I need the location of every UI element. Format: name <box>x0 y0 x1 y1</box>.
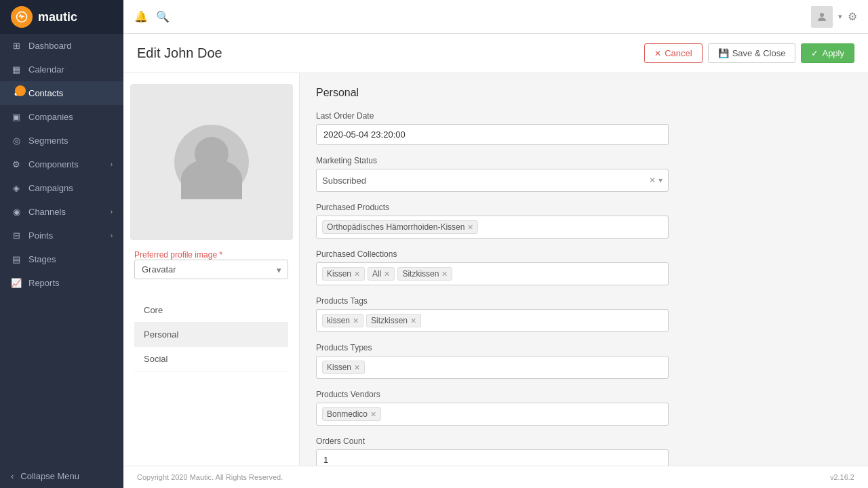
sidebar-item-label: Dashboard <box>28 41 72 51</box>
products-vendors-label: Products Vendors <box>316 390 852 399</box>
chevron-down-icon[interactable]: ▾ <box>658 176 663 185</box>
marketing-status-select[interactable]: Subscribed ✕ ▾ <box>316 169 669 192</box>
sidebar-item-label: Components <box>28 159 79 169</box>
tab-core[interactable]: Core <box>134 298 288 323</box>
tag-remove-icon[interactable]: ✕ <box>410 317 416 325</box>
header-actions: ✕ Cancel 💾 Save & Close ✓ Apply <box>644 43 854 63</box>
collapse-arrow-icon: ‹ <box>11 471 14 481</box>
field-purchased-products: Purchased Products Orthopädisches Hämorr… <box>316 203 852 239</box>
page-header: Edit John Doe ✕ Cancel 💾 Save & Close ✓ … <box>123 34 868 73</box>
sidebar-item-stages[interactable]: ▤ Stages <box>0 247 123 271</box>
cancel-button[interactable]: ✕ Cancel <box>644 43 702 63</box>
sidebar-item-components[interactable]: ⚙ Components › <box>0 152 123 176</box>
tag-remove-icon[interactable]: ✕ <box>467 223 473 232</box>
tag-item: Sitzkissen ✕ <box>397 267 452 281</box>
sidebar-item-label: Stages <box>28 254 56 264</box>
tag-remove-icon[interactable]: ✕ <box>353 317 359 325</box>
purchased-products-input[interactable]: Orthopädisches Hämorrhoiden-Kissen ✕ <box>316 216 669 239</box>
chevron-right-icon: › <box>111 208 113 216</box>
tag-remove-icon[interactable]: ✕ <box>384 270 390 279</box>
sidebar-item-calendar[interactable]: ▦ Calendar <box>0 58 123 81</box>
sidebar-logo: mautic <box>0 0 123 34</box>
products-types-label: Products Types <box>316 343 852 352</box>
chevron-right-icon: › <box>111 161 113 168</box>
topbar-right: ▾ ⚙ <box>811 6 857 28</box>
sidebar-item-segments[interactable]: ◎ Segments <box>0 129 123 152</box>
orders-count-input[interactable] <box>316 449 669 466</box>
sidebar-item-contacts[interactable]: ● Contacts <box>0 81 123 105</box>
field-products-vendors: Products Vendors Bonmedico ✕ <box>316 390 852 426</box>
marketing-status-value: Subscribed <box>322 176 366 186</box>
user-menu-caret[interactable]: ▾ <box>838 12 842 21</box>
logo-icon <box>11 6 33 28</box>
sidebar-item-points[interactable]: ⊟ Points › <box>0 224 123 247</box>
sidebar-item-label: Companies <box>28 112 73 122</box>
sidebar-nav: ⊞ Dashboard ▦ Calendar ● Contacts ▣ Comp… <box>0 34 123 295</box>
profile-image-select[interactable]: Gravatar <box>134 260 288 279</box>
last-order-date-label: Last Order Date <box>316 111 852 121</box>
apply-button[interactable]: ✓ Apply <box>801 43 854 63</box>
avatar-area <box>130 84 293 240</box>
section-title: Personal <box>316 87 852 99</box>
tag-remove-icon[interactable]: ✕ <box>354 270 360 279</box>
sidebar-item-reports[interactable]: 📈 Reports <box>0 271 123 295</box>
sidebar-item-label: Channels <box>28 207 66 217</box>
content-area: Preferred profile image * Gravatar Core … <box>123 73 868 466</box>
user-avatar-button[interactable] <box>811 6 833 28</box>
form-tabs: Core Personal Social <box>134 298 288 371</box>
products-tags-input[interactable]: kissen ✕ Sitzkissen ✕ <box>316 309 669 332</box>
field-marketing-status: Marketing Status Subscribed ✕ ▾ <box>316 156 852 192</box>
points-icon: ⊟ <box>11 230 22 241</box>
campaigns-icon: ◈ <box>11 183 22 193</box>
purchased-collections-input[interactable]: Kissen ✕ All ✕ Sitzkissen ✕ <box>316 262 669 285</box>
channels-icon: ◉ <box>11 207 22 217</box>
clear-icon[interactable]: ✕ <box>649 176 656 185</box>
collapse-menu-button[interactable]: ‹ Collapse Menu <box>0 464 123 488</box>
calendar-icon: ▦ <box>11 64 22 75</box>
products-types-input[interactable]: Kissen ✕ <box>316 356 669 379</box>
reports-icon: 📈 <box>11 278 22 288</box>
sidebar-item-label: Calendar <box>28 64 64 75</box>
sidebar-item-campaigns[interactable]: ◈ Campaigns <box>0 176 123 200</box>
stages-icon: ▤ <box>11 254 22 264</box>
orders-count-label: Orders Count <box>316 436 852 446</box>
tab-personal[interactable]: Personal <box>134 323 288 347</box>
svg-point-1 <box>820 13 824 17</box>
search-icon[interactable]: 🔍 <box>156 10 170 23</box>
field-last-order-date: Last Order Date <box>316 111 852 145</box>
tag-item: Kissen ✕ <box>322 267 365 281</box>
version-text: v2.16.2 <box>830 473 854 481</box>
collapse-menu-label: Collapse Menu <box>20 471 79 481</box>
footer: Copyright 2020 Mautic. All Rights Reserv… <box>123 466 868 488</box>
field-purchased-collections: Purchased Collections Kissen ✕ All ✕ Sit… <box>316 249 852 285</box>
tag-item: Kissen ✕ <box>322 361 365 374</box>
sidebar-item-companies[interactable]: ▣ Companies <box>0 105 123 129</box>
purchased-collections-label: Purchased Collections <box>316 249 852 259</box>
last-order-date-input[interactable] <box>316 124 669 145</box>
sidebar-item-channels[interactable]: ◉ Channels › <box>0 200 123 224</box>
tag-item: kissen ✕ <box>322 314 363 327</box>
sidebar-item-dashboard[interactable]: ⊞ Dashboard <box>0 34 123 58</box>
dashboard-icon: ⊞ <box>11 41 22 51</box>
save-icon: 💾 <box>718 48 729 58</box>
sidebar-item-label: Segments <box>28 136 68 146</box>
tag-remove-icon[interactable]: ✕ <box>441 270 448 279</box>
save-close-button[interactable]: 💾 Save & Close <box>708 43 796 63</box>
components-icon: ⚙ <box>11 159 22 169</box>
page-title: Edit John Doe <box>137 45 222 61</box>
sidebar-item-label: Points <box>28 230 53 241</box>
companies-icon: ▣ <box>11 112 22 122</box>
tab-social[interactable]: Social <box>134 347 288 371</box>
copyright-text: Copyright 2020 Mautic. All Rights Reserv… <box>137 473 283 481</box>
products-vendors-input[interactable]: Bonmedico ✕ <box>316 403 669 426</box>
tag-item: Bonmedico ✕ <box>322 407 381 421</box>
tag-remove-icon[interactable]: ✕ <box>370 410 376 419</box>
app-name: mautic <box>38 10 77 24</box>
bell-icon[interactable]: 🔔 <box>134 10 148 23</box>
main-content: 🔔 🔍 ▾ ⚙ Edit John Doe ✕ Cancel 💾 Save & … <box>123 0 868 488</box>
check-icon: ✓ <box>811 48 818 58</box>
settings-icon[interactable]: ⚙ <box>848 10 857 23</box>
select-actions: ✕ ▾ <box>649 176 663 185</box>
sidebar-item-label: Reports <box>28 278 60 288</box>
tag-remove-icon[interactable]: ✕ <box>354 363 360 372</box>
